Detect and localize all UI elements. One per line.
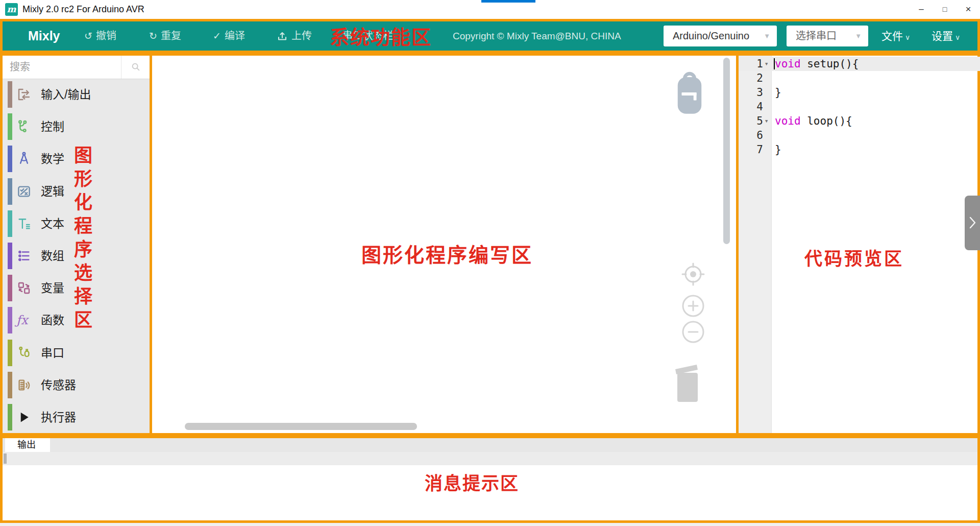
horizontal-scrollbar[interactable] xyxy=(185,423,417,430)
code-line: 7 } xyxy=(739,142,980,157)
tab-output[interactable]: 输出 xyxy=(5,438,50,452)
serial-status-button[interactable]: •串口状态栏 xyxy=(335,21,394,51)
backpack-icon[interactable] xyxy=(674,70,705,119)
line-number: 2 xyxy=(739,71,763,85)
compile-label: 编译 xyxy=(225,30,245,41)
trash-icon[interactable] xyxy=(671,359,704,408)
search-button[interactable] xyxy=(121,56,150,79)
sidebar-item-label: 文本 xyxy=(41,210,64,237)
redo-icon: ↻ xyxy=(149,31,157,41)
serial-status-label: 串口状态栏 xyxy=(342,30,394,41)
category-color-strip xyxy=(8,404,12,431)
block-palette-sidebar: 输入/输出 控制 数学 逻辑 文本 数组 xyxy=(0,53,152,436)
mixly-logo-icon: m xyxy=(5,3,18,16)
settings-menu-label: 设置 xyxy=(932,30,953,42)
io-icon xyxy=(16,87,32,102)
category-color-strip xyxy=(8,275,12,301)
vertical-scrollbar[interactable] xyxy=(723,58,730,244)
play-triangle-icon xyxy=(16,410,32,425)
logic-check-icon xyxy=(16,184,32,199)
sidebar-item-label: 控制 xyxy=(41,113,64,140)
sidebar-item-sensor[interactable]: 传感器 xyxy=(3,371,150,399)
sensor-waves-icon xyxy=(16,377,32,393)
category-color-strip xyxy=(8,146,12,172)
swap-squares-icon xyxy=(16,280,32,296)
blue-indicator-bar xyxy=(481,0,535,3)
chevron-down-icon: ∨ xyxy=(905,33,910,41)
search-input[interactable] xyxy=(3,56,120,79)
line-number: 7 xyxy=(739,142,763,157)
sidebar-item-text[interactable]: 文本 xyxy=(3,210,150,237)
fx-icon: ƒx xyxy=(16,313,32,328)
output-panel: 输出 xyxy=(0,436,980,523)
blockly-workspace[interactable] xyxy=(150,53,739,436)
redo-label: 重复 xyxy=(161,30,181,41)
code-text: void setup(){ xyxy=(775,57,859,71)
panel-expand-handle[interactable] xyxy=(965,196,980,250)
undo-icon: ↺ xyxy=(84,31,92,41)
sidebar-item-actuator[interactable]: 执行器 xyxy=(3,403,150,431)
sidebar-item-label: 数学 xyxy=(41,145,64,173)
category-color-strip xyxy=(8,372,12,398)
search-icon xyxy=(130,61,141,73)
sidebar-item-control[interactable]: 控制 xyxy=(3,113,150,140)
compass-icon xyxy=(16,151,32,166)
code-text: void loop(){ xyxy=(775,114,852,128)
sidebar-item-label: 串口 xyxy=(41,339,64,367)
category-color-strip xyxy=(8,81,12,108)
close-button[interactable]: × xyxy=(957,0,980,19)
sidebar-item-serial[interactable]: 串口 xyxy=(3,339,150,367)
upload-label: 上传 xyxy=(291,30,312,41)
code-line: 5 ▼ void loop(){ xyxy=(739,114,980,128)
maximize-button[interactable]: □ xyxy=(933,0,957,19)
upload-button[interactable]: 上传 xyxy=(276,21,312,51)
file-menu[interactable]: 文件∨ xyxy=(881,21,910,51)
port-select[interactable]: 选择串口▼ xyxy=(787,26,868,46)
sidebar-item-label: 数组 xyxy=(41,242,64,270)
crosshair-icon[interactable] xyxy=(681,262,705,286)
code-text: } xyxy=(775,85,781,100)
chevron-right-icon xyxy=(966,214,978,231)
code-preview-panel[interactable]: 1 ▼ void setup(){ 2 3 } 4 5 ▼ void loop(… xyxy=(736,53,980,436)
sidebar-item-variable[interactable]: 变量 xyxy=(3,274,150,302)
sidebar-item-io[interactable]: 输入/输出 xyxy=(3,81,150,108)
file-menu-label: 文件 xyxy=(881,30,903,42)
category-color-strip xyxy=(8,210,12,237)
board-select-value: Arduino/Genuino xyxy=(673,30,749,41)
sidebar-item-label: 函数 xyxy=(41,306,64,334)
compile-button[interactable]: ✓编译 xyxy=(213,21,245,51)
settings-menu[interactable]: 设置∨ xyxy=(932,21,960,51)
code-editor: 1 ▼ void setup(){ 2 3 } 4 5 ▼ void loop(… xyxy=(739,57,980,157)
sidebar-item-function[interactable]: ƒx 函数 xyxy=(3,306,150,334)
sidebar-item-label: 输入/输出 xyxy=(41,81,91,108)
zoom-out-icon[interactable] xyxy=(681,320,705,344)
output-message-row xyxy=(3,452,977,465)
line-number: 1 xyxy=(739,57,763,71)
mixly-brand[interactable]: Mixly xyxy=(28,21,60,51)
board-select[interactable]: Arduino/Genuino▼ xyxy=(664,26,777,46)
sidebar-item-label: 执行器 xyxy=(41,403,76,431)
output-scroll-marker xyxy=(4,453,7,464)
sidebar-item-array[interactable]: 数组 xyxy=(3,242,150,270)
zoom-in-icon[interactable] xyxy=(681,294,705,318)
search-bar xyxy=(3,56,150,79)
title-bar: m Mixly 2.0 rc2 For Arduino AVR – □ × xyxy=(0,0,980,19)
sidebar-item-label: 逻辑 xyxy=(41,178,64,205)
category-color-strip xyxy=(8,243,12,269)
category-color-strip xyxy=(8,340,12,366)
redo-button[interactable]: ↻重复 xyxy=(149,21,181,51)
fold-caret-icon[interactable]: ▼ xyxy=(765,57,768,71)
fold-caret-icon[interactable]: ▼ xyxy=(765,114,768,128)
code-line: 2 xyxy=(739,71,980,85)
minimize-button[interactable]: – xyxy=(910,0,933,19)
output-tab-label: 输出 xyxy=(17,438,36,452)
sidebar-item-math[interactable]: 数学 xyxy=(3,145,150,173)
undo-button[interactable]: ↺撤销 xyxy=(84,21,116,51)
chevron-down-icon: ∨ xyxy=(955,33,960,41)
port-select-value: 选择串口 xyxy=(796,30,837,41)
check-icon: ✓ xyxy=(213,31,221,41)
sidebar-item-logic[interactable]: 逻辑 xyxy=(3,178,150,205)
code-line: 6 xyxy=(739,128,980,142)
line-number: 5 xyxy=(739,114,763,128)
undo-label: 撤销 xyxy=(96,30,116,41)
